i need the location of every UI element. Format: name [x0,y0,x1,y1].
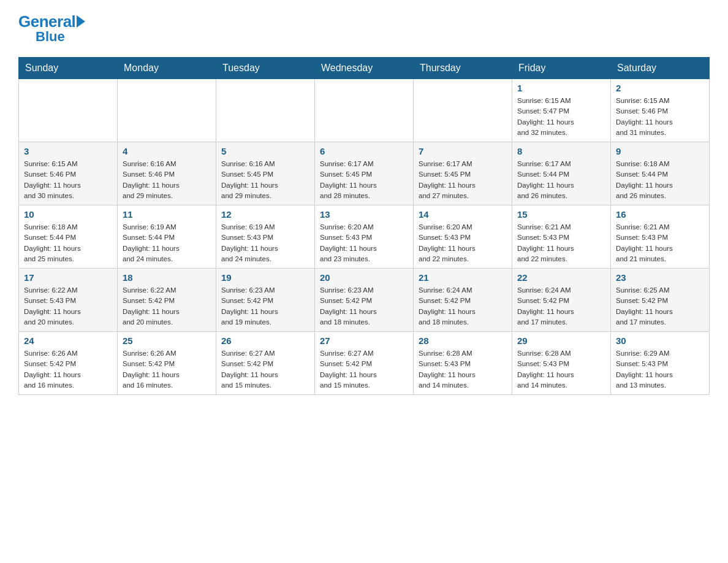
calendar-cell: 9Sunrise: 6:18 AM Sunset: 5:44 PM Daylig… [611,142,710,205]
day-number: 20 [320,272,408,283]
calendar-cell: 20Sunrise: 6:23 AM Sunset: 5:42 PM Dayli… [315,269,414,332]
day-info: Sunrise: 6:17 AM Sunset: 5:45 PM Dayligh… [320,159,408,201]
day-number: 9 [616,146,704,156]
weekday-header-tuesday: Tuesday [216,58,315,79]
day-number: 10 [24,209,112,220]
calendar-cell: 23Sunrise: 6:25 AM Sunset: 5:42 PM Dayli… [611,269,710,332]
day-number: 8 [517,146,605,156]
calendar-cell: 24Sunrise: 6:26 AM Sunset: 5:42 PM Dayli… [19,332,118,395]
day-info: Sunrise: 6:28 AM Sunset: 5:43 PM Dayligh… [419,348,507,391]
day-info: Sunrise: 6:21 AM Sunset: 5:43 PM Dayligh… [517,222,605,264]
day-number: 11 [123,209,211,220]
day-info: Sunrise: 6:19 AM Sunset: 5:44 PM Dayligh… [123,222,211,264]
day-info: Sunrise: 6:20 AM Sunset: 5:43 PM Dayligh… [419,222,507,264]
day-number: 18 [123,272,211,283]
calendar-cell: 13Sunrise: 6:20 AM Sunset: 5:43 PM Dayli… [315,205,414,269]
day-number: 26 [221,335,309,346]
calendar-cell: 5Sunrise: 6:16 AM Sunset: 5:45 PM Daylig… [216,142,315,205]
weekday-header-sunday: Sunday [19,58,118,79]
day-info: Sunrise: 6:18 AM Sunset: 5:44 PM Dayligh… [616,159,704,201]
day-number: 13 [320,209,408,220]
calendar-cell: 28Sunrise: 6:28 AM Sunset: 5:43 PM Dayli… [414,332,512,395]
calendar-week-row: 24Sunrise: 6:26 AM Sunset: 5:42 PM Dayli… [19,332,710,395]
day-info: Sunrise: 6:23 AM Sunset: 5:42 PM Dayligh… [221,285,309,327]
day-number: 29 [517,335,605,346]
day-number: 6 [320,146,408,156]
day-number: 16 [616,209,704,220]
day-info: Sunrise: 6:29 AM Sunset: 5:43 PM Dayligh… [616,348,704,391]
day-info: Sunrise: 6:26 AM Sunset: 5:42 PM Dayligh… [123,348,211,391]
logo-blue-text: Blue [36,29,65,45]
calendar-cell: 11Sunrise: 6:19 AM Sunset: 5:44 PM Dayli… [118,205,216,269]
day-info: Sunrise: 6:16 AM Sunset: 5:45 PM Dayligh… [221,159,309,201]
weekday-header-wednesday: Wednesday [315,58,414,79]
day-info: Sunrise: 6:21 AM Sunset: 5:43 PM Dayligh… [616,222,704,264]
calendar-cell: 8Sunrise: 6:17 AM Sunset: 5:44 PM Daylig… [512,142,611,205]
day-number: 12 [221,209,309,220]
day-number: 25 [123,335,211,346]
calendar-cell: 21Sunrise: 6:24 AM Sunset: 5:42 PM Dayli… [414,269,512,332]
calendar-cell: 18Sunrise: 6:22 AM Sunset: 5:42 PM Dayli… [118,269,216,332]
weekday-header-friday: Friday [512,58,611,79]
calendar-cell: 10Sunrise: 6:18 AM Sunset: 5:44 PM Dayli… [19,205,118,269]
calendar-cell: 30Sunrise: 6:29 AM Sunset: 5:43 PM Dayli… [611,332,710,395]
day-number: 15 [517,209,605,220]
calendar-cell [19,79,118,142]
calendar-cell: 22Sunrise: 6:24 AM Sunset: 5:42 PM Dayli… [512,269,611,332]
calendar-cell [118,79,216,142]
calendar-cell: 12Sunrise: 6:19 AM Sunset: 5:43 PM Dayli… [216,205,315,269]
day-number: 1 [517,83,605,93]
calendar-table: SundayMondayTuesdayWednesdayThursdayFrid… [18,57,710,395]
day-number: 23 [616,272,704,283]
calendar-week-row: 17Sunrise: 6:22 AM Sunset: 5:43 PM Dayli… [19,269,710,332]
day-number: 17 [24,272,112,283]
calendar-cell: 7Sunrise: 6:17 AM Sunset: 5:45 PM Daylig… [414,142,512,205]
day-info: Sunrise: 6:24 AM Sunset: 5:42 PM Dayligh… [419,285,507,327]
calendar-cell [414,79,512,142]
day-info: Sunrise: 6:17 AM Sunset: 5:44 PM Dayligh… [517,159,605,201]
day-number: 14 [419,209,507,220]
weekday-header-row: SundayMondayTuesdayWednesdayThursdayFrid… [19,58,710,79]
day-number: 7 [419,146,507,156]
day-info: Sunrise: 6:20 AM Sunset: 5:43 PM Dayligh… [320,222,408,264]
day-info: Sunrise: 6:27 AM Sunset: 5:42 PM Dayligh… [320,348,408,391]
weekday-header-saturday: Saturday [611,58,710,79]
calendar-cell: 1Sunrise: 6:15 AM Sunset: 5:47 PM Daylig… [512,79,611,142]
day-number: 22 [517,272,605,283]
day-number: 19 [221,272,309,283]
page-header: General Blue [18,12,710,45]
day-number: 28 [419,335,507,346]
day-info: Sunrise: 6:16 AM Sunset: 5:46 PM Dayligh… [123,159,211,201]
day-number: 5 [221,146,309,156]
day-info: Sunrise: 6:15 AM Sunset: 5:47 PM Dayligh… [517,96,605,138]
day-number: 4 [123,146,211,156]
calendar-cell: 25Sunrise: 6:26 AM Sunset: 5:42 PM Dayli… [118,332,216,395]
day-info: Sunrise: 6:22 AM Sunset: 5:42 PM Dayligh… [123,285,211,327]
calendar-cell: 15Sunrise: 6:21 AM Sunset: 5:43 PM Dayli… [512,205,611,269]
day-number: 24 [24,335,112,346]
calendar-cell: 3Sunrise: 6:15 AM Sunset: 5:46 PM Daylig… [19,142,118,205]
calendar-cell: 16Sunrise: 6:21 AM Sunset: 5:43 PM Dayli… [611,205,710,269]
day-info: Sunrise: 6:26 AM Sunset: 5:42 PM Dayligh… [24,348,112,391]
weekday-header-monday: Monday [118,58,216,79]
day-info: Sunrise: 6:25 AM Sunset: 5:42 PM Dayligh… [616,285,704,327]
day-info: Sunrise: 6:23 AM Sunset: 5:42 PM Dayligh… [320,285,408,327]
calendar-cell: 4Sunrise: 6:16 AM Sunset: 5:46 PM Daylig… [118,142,216,205]
day-number: 30 [616,335,704,346]
day-info: Sunrise: 6:15 AM Sunset: 5:46 PM Dayligh… [616,96,704,138]
calendar-cell [216,79,315,142]
day-info: Sunrise: 6:15 AM Sunset: 5:46 PM Dayligh… [24,159,112,201]
calendar-week-row: 1Sunrise: 6:15 AM Sunset: 5:47 PM Daylig… [19,79,710,142]
logo: General Blue [18,12,85,45]
calendar-week-row: 10Sunrise: 6:18 AM Sunset: 5:44 PM Dayli… [19,205,710,269]
day-info: Sunrise: 6:22 AM Sunset: 5:43 PM Dayligh… [24,285,112,327]
day-info: Sunrise: 6:18 AM Sunset: 5:44 PM Dayligh… [24,222,112,264]
calendar-cell: 14Sunrise: 6:20 AM Sunset: 5:43 PM Dayli… [414,205,512,269]
weekday-header-thursday: Thursday [414,58,512,79]
calendar-cell: 6Sunrise: 6:17 AM Sunset: 5:45 PM Daylig… [315,142,414,205]
day-info: Sunrise: 6:17 AM Sunset: 5:45 PM Dayligh… [419,159,507,201]
day-number: 2 [616,83,704,93]
calendar-cell: 26Sunrise: 6:27 AM Sunset: 5:42 PM Dayli… [216,332,315,395]
calendar-cell: 29Sunrise: 6:28 AM Sunset: 5:43 PM Dayli… [512,332,611,395]
day-info: Sunrise: 6:27 AM Sunset: 5:42 PM Dayligh… [221,348,309,391]
